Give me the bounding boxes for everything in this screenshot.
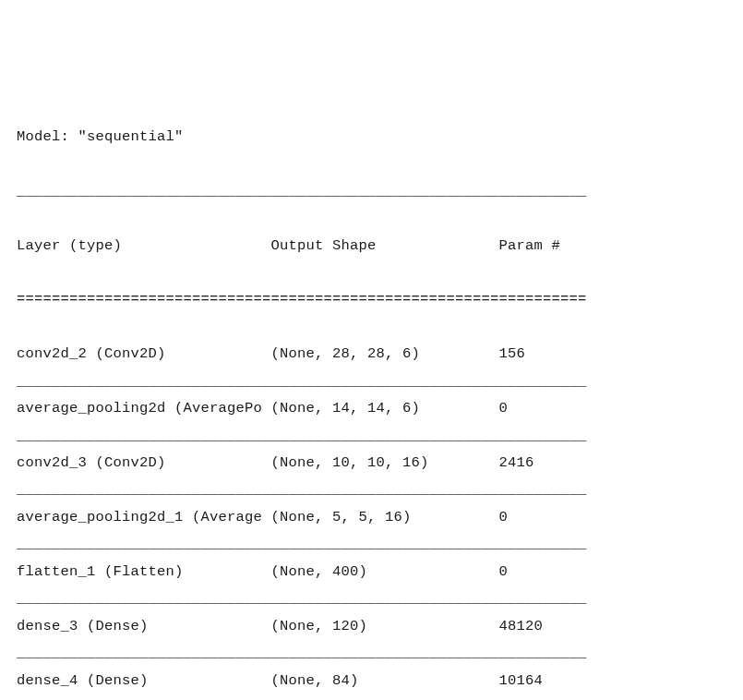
divider-double: ========================================… [17,286,726,313]
divider-under: ________________________________________… [17,585,726,612]
table-row: dense_4 (Dense) (None, 84) 10164 [17,668,726,694]
divider-under: ________________________________________… [17,694,726,700]
divider-under: ________________________________________… [17,368,726,395]
divider-under: ________________________________________… [17,423,726,450]
table-row: average_pooling2d (AveragePo (None, 14, … [17,395,726,422]
divider-under: ________________________________________… [17,477,726,503]
model-name-line: Model: "sequential" [17,124,726,151]
table-row: dense_3 (Dense) (None, 120) 48120 [17,613,726,640]
divider-under: ________________________________________… [17,531,726,558]
divider-under: ________________________________________… [17,178,726,205]
divider-under: ________________________________________… [17,640,726,667]
table-row: conv2d_2 (Conv2D) (None, 28, 28, 6) 156 [17,341,726,368]
table-row: flatten_1 (Flatten) (None, 400) 0 [17,559,726,585]
table-row: average_pooling2d_1 (Average (None, 5, 5… [17,504,726,531]
header-row: Layer (type) Output Shape Param # [17,233,726,259]
table-row: conv2d_3 (Conv2D) (None, 10, 10, 16) 241… [17,450,726,477]
